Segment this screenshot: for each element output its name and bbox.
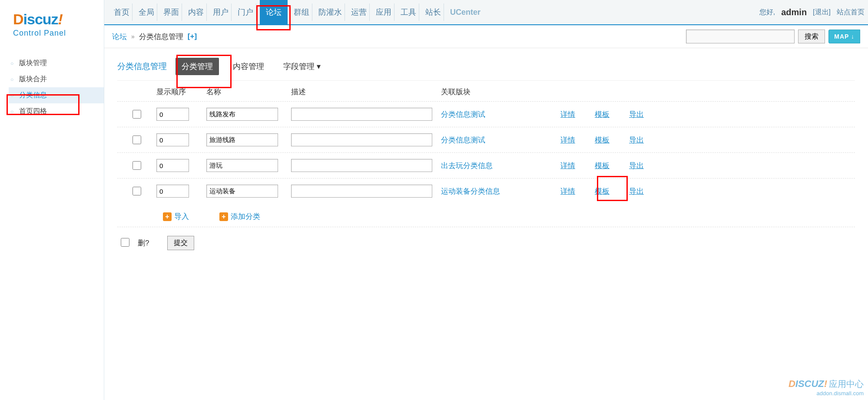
order-input[interactable] xyxy=(156,185,189,198)
topnav-antispam[interactable]: 防灌水 xyxy=(316,3,345,21)
table-row: 分类信息测试 详情 模板 导出 xyxy=(117,101,855,127)
export-link[interactable]: 导出 xyxy=(629,161,644,171)
tab-content-manage[interactable]: 内容管理 xyxy=(228,59,269,74)
section-tabs: 分类信息管理 分类管理 内容管理 字段管理 ▾ xyxy=(104,48,868,80)
topnav-home[interactable]: 首页 xyxy=(111,3,133,21)
sidebar: Discuz! Control Panel 版块管理 版块合并 分类信息 首页四… xyxy=(0,0,104,400)
breadcrumb-bar: 论坛 » 分类信息管理 [+] 搜索 MAP ↓ xyxy=(104,25,868,48)
delete-checkbox[interactable] xyxy=(121,238,129,247)
table-row: 运动装备分类信息 详情 模板 导出 xyxy=(117,178,855,204)
submit-button[interactable]: 提交 xyxy=(167,236,194,250)
search-box: 搜索 MAP ↓ xyxy=(686,30,860,43)
row-checkbox[interactable] xyxy=(133,110,141,119)
table-row: 出去玩分类信息 详情 模板 导出 xyxy=(117,152,855,178)
sidebar-item-forum-manage[interactable]: 版块管理 xyxy=(9,55,104,71)
desc-input[interactable] xyxy=(291,159,432,172)
watermark: DISCUZ! 应用中心 addon.dismall.com xyxy=(788,378,864,397)
name-input[interactable] xyxy=(206,108,278,121)
forum-link[interactable]: 出去玩分类信息 xyxy=(441,162,493,170)
topnav-global[interactable]: 全局 xyxy=(136,3,157,21)
template-link[interactable]: 模板 xyxy=(595,161,610,171)
topnav-ucenter[interactable]: UCenter xyxy=(447,4,483,20)
breadcrumb-1[interactable]: 论坛 xyxy=(112,32,127,42)
topnav-admin[interactable]: 站长 xyxy=(423,3,444,21)
map-button[interactable]: MAP ↓ xyxy=(828,30,860,43)
table-header: 显示顺序 名称 描述 关联版块 xyxy=(117,80,855,101)
category-table: 显示顺序 名称 描述 关联版块 分类信息测试 详情 模板 导出 xyxy=(104,80,868,259)
site-home-link[interactable]: 站点首页 xyxy=(837,8,865,17)
topnav-group[interactable]: 群组 xyxy=(291,3,312,21)
plus-icon: + xyxy=(163,212,172,221)
th-order: 显示顺序 xyxy=(156,87,206,97)
search-button[interactable]: 搜索 xyxy=(798,30,825,43)
forum-link[interactable]: 分类信息测试 xyxy=(441,110,485,119)
desc-input[interactable] xyxy=(291,185,432,198)
topnav-tool[interactable]: 工具 xyxy=(398,3,419,21)
detail-link[interactable]: 详情 xyxy=(560,135,575,145)
delete-label: 删? xyxy=(138,238,149,248)
main-content: 首页 全局 界面 内容 用户 门户 论坛 群组 防灌水 运营 应用 工具 站长 … xyxy=(104,0,868,400)
sidebar-item-forum-merge[interactable]: 版块合并 xyxy=(9,71,104,87)
section-title: 分类信息管理 xyxy=(117,61,167,72)
breadcrumb-sep: » xyxy=(131,33,135,40)
breadcrumb-plus[interactable]: [+] xyxy=(188,32,197,41)
export-link[interactable]: 导出 xyxy=(629,135,644,145)
desc-input[interactable] xyxy=(291,108,432,121)
template-link[interactable]: 模板 xyxy=(595,186,610,196)
template-link[interactable]: 模板 xyxy=(595,135,610,145)
top-right: 您好, admin [退出] 站点首页 xyxy=(759,7,868,17)
tab-category-manage[interactable]: 分类管理 xyxy=(176,58,219,75)
sidebar-item-category-info[interactable]: 分类信息 xyxy=(9,87,104,103)
name-input[interactable] xyxy=(206,185,278,198)
plus-icon: + xyxy=(219,212,228,221)
topnav-portal[interactable]: 门户 xyxy=(235,3,256,21)
topnav-user[interactable]: 用户 xyxy=(210,3,232,21)
row-checkbox[interactable] xyxy=(133,187,141,195)
row-checkbox[interactable] xyxy=(133,161,141,170)
template-link[interactable]: 模板 xyxy=(595,109,610,119)
logout-link[interactable]: [退出] xyxy=(813,8,831,17)
below-actions: + 导入 + 添加分类 xyxy=(117,204,855,227)
th-desc: 描述 xyxy=(291,87,441,97)
th-forum: 关联版块 xyxy=(441,87,556,97)
detail-link[interactable]: 详情 xyxy=(560,109,575,119)
order-input[interactable] xyxy=(156,159,189,172)
import-link[interactable]: + 导入 xyxy=(163,212,189,221)
add-category-link[interactable]: + 添加分类 xyxy=(219,212,260,221)
table-row: 分类信息测试 详情 模板 导出 xyxy=(117,127,855,152)
desc-input[interactable] xyxy=(291,133,432,146)
topnav-content[interactable]: 内容 xyxy=(186,3,207,21)
th-name: 名称 xyxy=(206,87,291,97)
detail-link[interactable]: 详情 xyxy=(560,186,575,196)
top-nav: 首页 全局 界面 内容 用户 门户 论坛 群组 防灌水 运营 应用 工具 站长 … xyxy=(104,0,868,25)
topnav-forum[interactable]: 论坛 xyxy=(260,0,288,24)
search-input[interactable] xyxy=(686,30,795,43)
greeting-label: 您好, xyxy=(759,8,775,17)
name-input[interactable] xyxy=(206,133,278,146)
topnav-operate[interactable]: 运营 xyxy=(348,3,370,21)
current-user: admin xyxy=(781,7,807,17)
sidebar-nav: 版块管理 版块合并 分类信息 首页四格 xyxy=(0,55,104,119)
order-input[interactable] xyxy=(156,133,189,146)
detail-link[interactable]: 详情 xyxy=(560,161,575,171)
logo: Discuz! Control Panel xyxy=(0,0,104,42)
topnav-ui[interactable]: 界面 xyxy=(161,3,182,21)
row-checkbox[interactable] xyxy=(133,136,141,144)
export-link[interactable]: 导出 xyxy=(629,109,644,119)
order-input[interactable] xyxy=(156,108,189,121)
name-input[interactable] xyxy=(206,159,278,172)
export-link[interactable]: 导出 xyxy=(629,186,644,196)
breadcrumb-2: 分类信息管理 xyxy=(139,32,183,42)
sidebar-item-home-grid[interactable]: 首页四格 xyxy=(9,103,104,119)
submit-row: 删? 提交 xyxy=(117,227,855,259)
forum-link[interactable]: 运动装备分类信息 xyxy=(441,187,500,195)
tab-field-manage[interactable]: 字段管理 ▾ xyxy=(278,59,326,74)
logo-subtitle: Control Panel xyxy=(13,29,104,38)
forum-link[interactable]: 分类信息测试 xyxy=(441,136,485,144)
topnav-app[interactable]: 应用 xyxy=(373,3,394,21)
